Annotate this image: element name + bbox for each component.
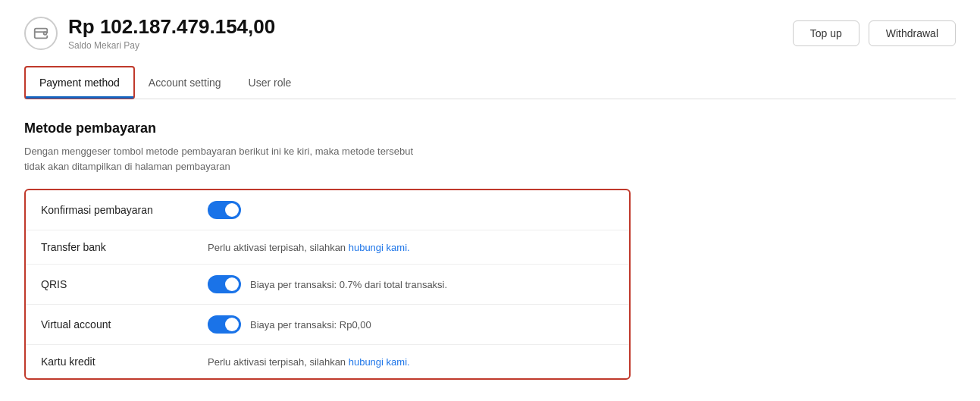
tab-account-setting[interactable]: Account setting <box>135 66 235 99</box>
toggle-virtual[interactable] <box>208 315 241 334</box>
pm-info-qris: Biaya per transaksi: 0.7% dari total tra… <box>250 279 447 290</box>
wallet-icon <box>24 17 58 50</box>
svg-point-0 <box>44 32 47 35</box>
pm-info-virtual: Biaya per transaksi: Rp0,00 <box>250 319 371 331</box>
balance-info: Rp 102.187.479.154,00 Saldo Mekari Pay <box>68 15 275 51</box>
table-row: QRIS Biaya per transaksi: 0.7% dari tota… <box>26 265 629 305</box>
toggle-qris[interactable] <box>208 275 241 293</box>
table-row: Konfirmasi pembayaran <box>26 190 629 230</box>
section-title: Metode pembayaran <box>24 121 956 136</box>
pm-control-kartu: Perlu aktivasi terpisah, silahkan hubung… <box>208 356 614 368</box>
pm-control-konfirmasi <box>208 201 614 219</box>
tabs: Payment method Account setting User role <box>24 66 956 99</box>
table-row: Virtual account Biaya per transaksi: Rp0… <box>26 305 629 345</box>
tab-payment-method[interactable]: Payment method <box>24 66 135 99</box>
balance-label: Saldo Mekari Pay <box>68 40 275 51</box>
topup-button[interactable]: Top up <box>793 20 859 46</box>
pm-name-qris: QRIS <box>41 278 208 290</box>
pm-info-transfer-prefix: Perlu aktivasi terpisah, silahkan <box>208 242 349 253</box>
tab-user-role[interactable]: User role <box>235 66 305 99</box>
pm-control-transfer: Perlu aktivasi terpisah, silahkan hubung… <box>208 242 614 253</box>
pm-info-kartu-prefix: Perlu aktivasi terpisah, silahkan <box>208 356 349 368</box>
balance-section: Rp 102.187.479.154,00 Saldo Mekari Pay <box>24 15 275 51</box>
content: Metode pembayaran Dengan menggeser tombo… <box>24 121 956 380</box>
pm-link-kartu[interactable]: hubungi kami. <box>349 356 410 368</box>
table-row: Transfer bank Perlu aktivasi terpisah, s… <box>26 230 629 265</box>
pm-info-transfer: Perlu aktivasi terpisah, silahkan hubung… <box>208 242 410 253</box>
pm-name-transfer: Transfer bank <box>41 241 208 253</box>
header-buttons: Top up Withdrawal <box>793 20 956 46</box>
section-desc-line2: tidak akan ditampilkan di halaman pembay… <box>24 161 230 172</box>
pm-link-transfer[interactable]: hubungi kami. <box>349 242 410 253</box>
toggle-konfirmasi[interactable] <box>208 201 241 219</box>
balance-amount: Rp 102.187.479.154,00 <box>68 15 275 39</box>
withdrawal-button[interactable]: Withdrawal <box>869 20 956 46</box>
pm-name-virtual: Virtual account <box>41 318 208 331</box>
pm-name-konfirmasi: Konfirmasi pembayaran <box>41 204 208 216</box>
section-desc: Dengan menggeser tombol metode pembayara… <box>24 144 956 174</box>
header: Rp 102.187.479.154,00 Saldo Mekari Pay T… <box>24 15 956 51</box>
pm-control-virtual: Biaya per transaksi: Rp0,00 <box>208 315 614 334</box>
table-row: Kartu kredit Perlu aktivasi terpisah, si… <box>26 345 629 378</box>
pm-info-kartu: Perlu aktivasi terpisah, silahkan hubung… <box>208 356 410 368</box>
pm-name-kartu: Kartu kredit <box>41 356 208 368</box>
page-wrapper: Rp 102.187.479.154,00 Saldo Mekari Pay T… <box>0 0 980 395</box>
section-desc-line1: Dengan menggeser tombol metode pembayara… <box>24 146 413 157</box>
payment-methods-box: Konfirmasi pembayaran Transfer bank Perl… <box>24 189 631 380</box>
pm-control-qris: Biaya per transaksi: 0.7% dari total tra… <box>208 275 614 293</box>
